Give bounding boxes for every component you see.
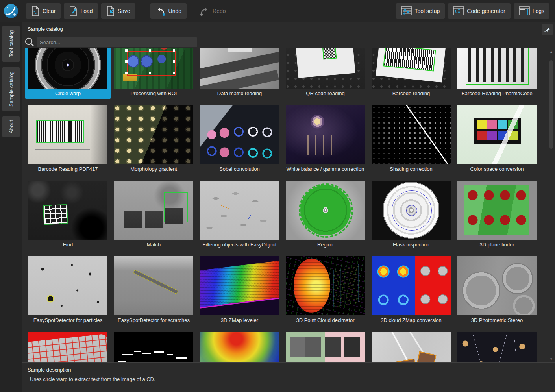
edges-thumbnail bbox=[114, 332, 193, 363]
sample-label: 3D Photometric Stereo bbox=[457, 315, 536, 325]
sample-tile[interactable]: Region bbox=[283, 178, 368, 250]
sample-label: Filtering objects with EasyObject bbox=[200, 240, 279, 250]
sample-tile[interactable]: White balance / gamma correction bbox=[283, 102, 368, 174]
load-label: Load bbox=[80, 8, 92, 14]
toolbar-right-group: Tool setup Code generator bbox=[396, 3, 549, 19]
sample-label: White balance / gamma correction bbox=[286, 164, 365, 174]
clear-button[interactable]: Clear bbox=[26, 3, 61, 19]
sample-tile[interactable]: Barcode Reading PDF417 bbox=[25, 102, 111, 174]
sample-description-panel: Sample description Uses circle warp to e… bbox=[22, 362, 555, 392]
sample-label: Color space conversion bbox=[457, 164, 536, 174]
remote-thumbnail bbox=[28, 332, 107, 363]
sample-label: Barcode reading bbox=[372, 89, 451, 99]
sample-tile[interactable]: EasySpotDetector for scratches bbox=[111, 253, 196, 325]
sample-tile[interactable]: EasySpotDetector for particles bbox=[25, 253, 111, 325]
sample-tile[interactable]: Barcode reading bbox=[368, 48, 454, 99]
sample-label: QR code reading bbox=[286, 89, 365, 99]
sample-tile[interactable]: Flask inspection bbox=[368, 178, 454, 250]
sample-label: Barcode Reading PharmaCode bbox=[457, 89, 536, 99]
shading-thumbnail bbox=[372, 105, 451, 164]
clear-document-icon bbox=[31, 6, 40, 16]
sample-label: 3D Point Cloud decimator bbox=[286, 315, 365, 325]
sample-tile[interactable]: 3D ZMap leveler bbox=[197, 253, 282, 325]
scroll-up-icon[interactable]: ▲ bbox=[548, 49, 554, 55]
sample-tile[interactable]: Data matrix reading bbox=[197, 48, 282, 99]
match-thumbnail bbox=[114, 181, 193, 240]
description-title: Sample description bbox=[22, 363, 555, 373]
tool-setup-label: Tool setup bbox=[415, 8, 440, 14]
sample-tile[interactable] bbox=[454, 329, 540, 363]
undo-label: Undo bbox=[168, 8, 181, 14]
redo-button[interactable]: Redo bbox=[194, 3, 231, 19]
region-thumbnail bbox=[286, 181, 365, 240]
sample-label: EasySpotDetector for particles bbox=[28, 315, 107, 325]
redo-label: Redo bbox=[213, 8, 226, 14]
sample-tile[interactable]: Processing with ROI bbox=[111, 48, 196, 99]
clear-label: Clear bbox=[43, 8, 56, 14]
sample-tile[interactable]: 3D cloud ZMap conversion bbox=[368, 253, 454, 325]
sample-label: Match bbox=[114, 240, 193, 250]
sample-tile[interactable]: Match bbox=[111, 178, 196, 250]
sample-tile[interactable]: Find bbox=[25, 178, 111, 250]
sidebar-tab-sample-catalog[interactable]: Sample catalog bbox=[2, 67, 20, 111]
save-label: Save bbox=[118, 8, 130, 14]
search-icon bbox=[24, 37, 35, 48]
save-button[interactable]: Save bbox=[101, 3, 135, 19]
processing-roi-thumbnail bbox=[114, 48, 193, 89]
sample-tile[interactable]: 3D Point Cloud decimator bbox=[283, 253, 368, 325]
sample-label: Flask inspection bbox=[372, 240, 451, 250]
sample-tile[interactable]: Sobel convolution bbox=[197, 102, 282, 174]
description-text: Uses circle warp to extract text from th… bbox=[22, 376, 555, 382]
sidebar-tab-tool-catalog[interactable]: Tool catalog bbox=[2, 26, 20, 62]
scrollbar-thumb[interactable] bbox=[549, 60, 553, 149]
windows-thumbnail bbox=[286, 332, 365, 363]
sample-label: Data matrix reading bbox=[200, 89, 279, 99]
particles-thumbnail bbox=[28, 256, 107, 315]
tool-setup-button[interactable]: Tool setup bbox=[396, 3, 445, 19]
scroll-down-icon[interactable]: ▼ bbox=[548, 357, 554, 362]
sidebar-tab-about[interactable]: About bbox=[2, 116, 20, 137]
search-input[interactable] bbox=[37, 37, 197, 47]
scrollbar[interactable]: ▲ ▼ bbox=[548, 48, 554, 363]
tab-label: Sample catalog bbox=[8, 72, 14, 107]
panel-title: Sample catalog bbox=[28, 26, 63, 32]
undo-icon bbox=[155, 6, 166, 16]
sample-label: Processing with ROI bbox=[114, 89, 193, 99]
sample-tile[interactable]: QR code reading bbox=[283, 48, 368, 99]
tab-label: About bbox=[8, 120, 14, 133]
sample-tile[interactable]: 3D Photometric Stereo bbox=[454, 253, 540, 325]
easyobject-thumbnail bbox=[200, 181, 279, 240]
sample-grid-viewport: Circle warpProcessing with ROIData matri… bbox=[22, 48, 548, 363]
sample-tile[interactable] bbox=[283, 329, 368, 363]
sample-tile[interactable] bbox=[111, 329, 196, 363]
undo-button[interactable]: Undo bbox=[150, 3, 187, 19]
logs-icon bbox=[519, 6, 530, 16]
flask-thumbnail bbox=[372, 181, 451, 240]
pin-button[interactable] bbox=[542, 24, 553, 35]
sample-label: 3D cloud ZMap conversion bbox=[372, 315, 451, 325]
redo-icon bbox=[200, 6, 210, 16]
photometric-thumbnail bbox=[457, 256, 536, 315]
sample-tile[interactable]: Circle warp bbox=[25, 48, 111, 99]
sample-catalog-panel: Sample catalog Circle warpProcessing wit… bbox=[22, 22, 555, 392]
sample-tile[interactable] bbox=[25, 329, 111, 363]
sample-tile[interactable]: Filtering objects with EasyObject bbox=[197, 178, 282, 250]
sample-tile[interactable]: Shading correction bbox=[368, 102, 454, 174]
logs-button[interactable]: Logs bbox=[514, 3, 549, 19]
sample-label: 3D ZMap leveler bbox=[200, 315, 279, 325]
sample-label: Find bbox=[28, 240, 107, 250]
sample-tile[interactable]: Color space conversion bbox=[454, 102, 540, 174]
morphology-thumbnail bbox=[114, 105, 193, 164]
sample-label: Sobel convolution bbox=[200, 164, 279, 174]
pdf417-thumbnail bbox=[28, 105, 107, 164]
sample-label: Region bbox=[286, 240, 365, 250]
sample-tile[interactable]: Morphology gradient bbox=[111, 102, 196, 174]
sample-tile[interactable] bbox=[368, 329, 454, 363]
find-thumbnail bbox=[28, 181, 107, 240]
sample-tile[interactable]: Barcode Reading PharmaCode bbox=[454, 48, 540, 99]
sample-label: Shading correction bbox=[372, 164, 451, 174]
sample-tile[interactable] bbox=[197, 329, 282, 363]
load-button[interactable]: Load bbox=[64, 3, 98, 19]
code-generator-button[interactable]: Code generator bbox=[448, 3, 510, 19]
sample-tile[interactable]: 3D plane finder bbox=[454, 178, 540, 250]
